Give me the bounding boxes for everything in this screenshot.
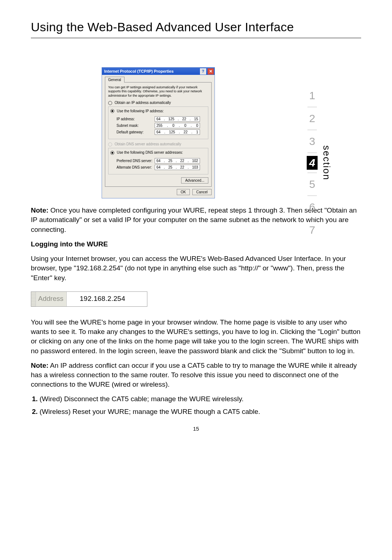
radio-use-dns-label: Use the following DNS server addresses: [117,150,183,154]
radio-icon [110,151,114,155]
radio-auto-dns-label: Obtain DNS server address automatically [115,142,181,146]
radio-icon [108,142,112,146]
alt-dns-row: Alternate DNS server: 64.25.22.103 [117,165,205,170]
step-1: (Wired) Disconnect the CAT5 cable; manag… [40,394,361,404]
radio-icon [110,109,114,113]
ok-button[interactable]: OK [177,189,190,195]
advanced-button[interactable]: Advanced... [181,177,208,184]
nav-divider [307,218,317,219]
section-nav-3[interactable]: 3 [307,133,318,150]
section-nav-7[interactable]: 7 [307,222,318,238]
gw-row: Default gateway: 64.125.22.1 [117,129,205,135]
default-gateway-input[interactable]: 64.125.22.1 [155,129,200,135]
subheading-logging-in: Logging into the WURE [31,239,361,249]
alt-dns-label: Alternate DNS server: [117,165,155,169]
ip-label: IP address: [117,117,155,121]
ip-address-input[interactable]: 64.125.22.15 [155,116,200,122]
subnet-mask-input[interactable]: 255.0.0.0 [155,123,200,128]
note-2-label: Note: [31,362,49,369]
section-nav-4[interactable]: 4 [307,156,318,170]
radio-auto-dns: Obtain DNS server address automatically [108,142,208,146]
logging-in-paragraph-1: Using your Internet browser, you can acc… [31,254,361,283]
ip-row: IP address: 64.125.22.15 [117,116,205,122]
tab-panel: You can get IP settings assigned automat… [105,82,212,187]
title-divider [31,38,361,38]
note-2: Note: An IP address conflict can occur i… [31,361,361,390]
pref-dns-row: Preferred DNS server: 64.25.22.102 [117,158,205,164]
dialog-intro-text: You can get IP settings assigned automat… [108,85,208,98]
section-nav: 1234567 [307,87,318,238]
mask-label: Subnet mask: [117,124,155,128]
ip-fieldset: Use the following IP address: IP address… [108,106,208,140]
radio-use-ip[interactable]: Use the following IP address: [109,109,165,113]
gw-label: Default gateway: [117,130,155,134]
mask-row: Subnet mask: 255.0.0.0 [117,123,205,128]
cancel-button[interactable]: Cancel [192,189,212,195]
logging-in-paragraph-2: You will see the WURE's home page in you… [31,318,361,356]
nav-divider [307,196,317,196]
page-title: Using the Web-Based Advanced User Interf… [31,20,392,34]
steps-list: (Wired) Disconnect the CAT5 cable; manag… [31,394,361,416]
address-value[interactable]: 192.168.2.254 [67,292,147,306]
pref-dns-label: Preferred DNS server: [117,159,155,163]
dialog-titlebar: Internet Protocol (TCP/IP) Properties ? … [102,68,215,75]
address-bar: Address 192.168.2.254 [31,291,147,307]
dns-fieldset: Use the following DNS server addresses: … [108,148,208,174]
tcpip-dialog: Internet Protocol (TCP/IP) Properties ? … [102,67,215,198]
alternate-dns-input[interactable]: 64.25.22.103 [155,165,200,170]
nav-divider [307,173,317,173]
step-2: (Wireless) Reset your WURE; manage the W… [40,407,361,416]
note-1-label: Note: [31,206,49,214]
dialog-title: Internet Protocol (TCP/IP) Properties [104,69,173,73]
radio-auto-ip-label: Obtain an IP address automatically [115,101,171,105]
radio-use-dns[interactable]: Use the following DNS server addresses: [109,150,184,155]
close-icon[interactable]: ✕ [208,68,214,74]
page-number: 15 [0,426,392,432]
section-nav-1[interactable]: 1 [307,87,318,104]
radio-icon [108,101,112,105]
radio-use-ip-label: Use the following IP address: [117,109,164,113]
nav-divider [307,130,317,130]
address-label: Address [36,292,67,306]
section-nav-6[interactable]: 6 [307,199,318,215]
section-label: section [321,145,332,180]
section-nav-2[interactable]: 2 [307,110,318,127]
section-nav-5[interactable]: 5 [307,176,318,193]
radio-auto-ip[interactable]: Obtain an IP address automatically [108,101,208,105]
nav-divider [307,107,317,107]
help-icon[interactable]: ? [200,68,206,74]
preferred-dns-input[interactable]: 64.25.22.102 [155,158,200,164]
grip-icon [31,292,36,306]
nav-divider [307,153,317,153]
tab-general[interactable]: General [105,77,124,82]
note-2-body: An IP address conflict can occur if you … [31,362,357,388]
